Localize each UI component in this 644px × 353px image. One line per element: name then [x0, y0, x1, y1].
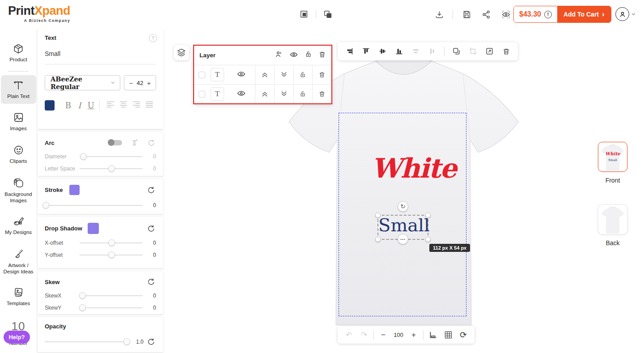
duplicate-design-icon[interactable]: [322, 8, 334, 21]
move-layer-up-icon[interactable]: [255, 65, 274, 84]
preview-icon[interactable]: [500, 8, 512, 21]
header-right-tools: [433, 8, 512, 21]
stroke-reset-icon[interactable]: [146, 185, 156, 195]
images-icon: [13, 111, 25, 123]
italic-button[interactable]: I: [74, 101, 85, 110]
help-button[interactable]: Help?: [4, 331, 30, 344]
resize-handle-top-right[interactable]: [425, 213, 431, 218]
layer-visibility-icon[interactable]: [237, 89, 246, 100]
save-icon[interactable]: [460, 8, 473, 21]
group-layers-icon[interactable]: [275, 50, 283, 60]
align-right-button[interactable]: [130, 101, 143, 109]
font-family-select[interactable]: ABeeZee Regular: [45, 75, 120, 90]
arc-flip-icon[interactable]: [129, 138, 139, 148]
letter-space-slider[interactable]: [80, 168, 143, 169]
stroke-slider[interactable]: [45, 205, 143, 206]
underline-button[interactable]: U: [85, 101, 97, 110]
front-preview-thumbnail[interactable]: White Small: [598, 142, 627, 172]
x-offset-slider[interactable]: [80, 242, 143, 243]
rotate-canvas-icon[interactable]: ⟳: [458, 328, 469, 342]
lock-all-icon[interactable]: [305, 51, 312, 60]
arc-reset-icon[interactable]: [146, 138, 156, 148]
share-icon[interactable]: [480, 8, 492, 21]
align-object-bottom-icon[interactable]: [392, 44, 407, 59]
sidebar-item-templates[interactable]: Templates: [1, 282, 36, 310]
y-offset-slider[interactable]: [80, 255, 143, 255]
layer-row[interactable]: T: [194, 65, 331, 84]
sidebar-item-background-images[interactable]: Background Images: [1, 173, 36, 208]
text-value-input[interactable]: Small: [45, 50, 156, 57]
move-layer-down-icon[interactable]: [274, 85, 293, 103]
crop-object-icon[interactable]: [466, 44, 480, 59]
layer-checkbox[interactable]: [199, 91, 205, 98]
manage-layers-icon[interactable]: [298, 8, 310, 21]
add-to-cart-button[interactable]: Add To Cart ›: [557, 6, 611, 22]
brand-logo[interactable]: PrintXpand A Biztech Company: [8, 4, 70, 23]
center-vertical-disabled-icon[interactable]: [408, 44, 423, 59]
zoom-out-button[interactable]: −: [377, 328, 389, 342]
sidebar-item-product[interactable]: Product: [1, 38, 36, 67]
rotate-handle-icon[interactable]: ↻: [398, 201, 408, 212]
align-center-button[interactable]: [117, 101, 130, 109]
expand-object-icon[interactable]: [482, 44, 497, 59]
design-text-white[interactable]: White: [356, 153, 472, 184]
text-style-row: B I U: [45, 100, 156, 111]
toggle-all-visibility-icon[interactable]: [289, 50, 298, 61]
resize-handle-bottom-left[interactable]: [375, 237, 381, 242]
undo-icon[interactable]: ↶: [343, 328, 355, 342]
align-left-button[interactable]: [104, 101, 117, 109]
text-color-swatch[interactable]: [45, 100, 55, 111]
font-size-increase-button[interactable]: +: [146, 79, 152, 87]
stroke-color-swatch[interactable]: [69, 185, 80, 195]
layer-lock-icon[interactable]: [293, 65, 313, 84]
sidebar-item-my-designs[interactable]: My Designs: [1, 211, 36, 239]
sidebar-item-plain-text[interactable]: Plain Text: [1, 75, 36, 103]
account-menu[interactable]: [615, 7, 636, 21]
align-object-left-icon[interactable]: [342, 44, 357, 59]
arc-toggle[interactable]: [109, 140, 122, 145]
y-offset-slider-row: Y-offset 0: [45, 252, 156, 258]
selected-text-object[interactable]: Small ↻ •••: [377, 215, 428, 240]
opacity-reset-icon[interactable]: [146, 337, 156, 347]
layer-row[interactable]: T: [194, 84, 331, 103]
diameter-slider[interactable]: [80, 156, 143, 157]
skew-reset-icon[interactable]: [146, 277, 156, 287]
opacity-slider[interactable]: [45, 341, 129, 342]
resize-handle-bottom-right[interactable]: [425, 237, 431, 242]
section-help-icon[interactable]: ?: [149, 34, 157, 42]
sidebar-item-cliparts[interactable]: Cliparts: [1, 140, 36, 168]
drop-shadow-color-swatch[interactable]: [88, 223, 99, 234]
layer-visibility-icon[interactable]: [237, 69, 246, 81]
layer-lock-icon[interactable]: [293, 85, 313, 103]
skew-y-slider[interactable]: [80, 307, 143, 308]
delete-all-icon[interactable]: [318, 51, 326, 60]
move-layer-down-icon[interactable]: [274, 65, 293, 84]
layer-delete-icon[interactable]: [312, 65, 331, 84]
price-info-icon[interactable]: !: [544, 11, 552, 18]
center-horizontal-disabled-icon[interactable]: [425, 44, 440, 59]
layers-panel-toggle-icon[interactable]: [174, 45, 189, 60]
more-options-handle-icon[interactable]: •••: [398, 234, 408, 244]
bold-button[interactable]: B: [63, 101, 74, 110]
sidebar-item-images[interactable]: Images: [1, 107, 36, 136]
redo-icon[interactable]: ↷: [358, 328, 370, 342]
align-object-top-icon[interactable]: [359, 44, 373, 59]
download-icon[interactable]: [433, 8, 445, 21]
duplicate-object-icon[interactable]: [449, 44, 464, 59]
grid-icon[interactable]: [442, 328, 454, 342]
zoom-in-button[interactable]: +: [408, 328, 419, 342]
ruler-icon[interactable]: [427, 328, 439, 342]
move-layer-up-icon[interactable]: [255, 85, 274, 103]
design-canvas[interactable]: White Small ↻ ••• 112 px X 54 px Layer: [163, 29, 644, 353]
layer-delete-icon[interactable]: [312, 85, 331, 103]
resize-handle-top-left[interactable]: [375, 213, 381, 218]
center-object-horizontal-icon[interactable]: [375, 44, 390, 59]
back-preview-thumbnail[interactable]: [598, 204, 627, 234]
layer-checkbox[interactable]: [199, 72, 205, 78]
drop-shadow-reset-icon[interactable]: [146, 224, 156, 234]
sidebar-item-artwork-design-ideas[interactable]: Artwork / Design Ideas: [1, 244, 36, 279]
delete-object-icon[interactable]: [499, 44, 513, 59]
align-justify-button[interactable]: [143, 101, 156, 109]
font-size-decrease-button[interactable]: −: [128, 79, 134, 87]
skew-x-slider[interactable]: [80, 295, 143, 296]
